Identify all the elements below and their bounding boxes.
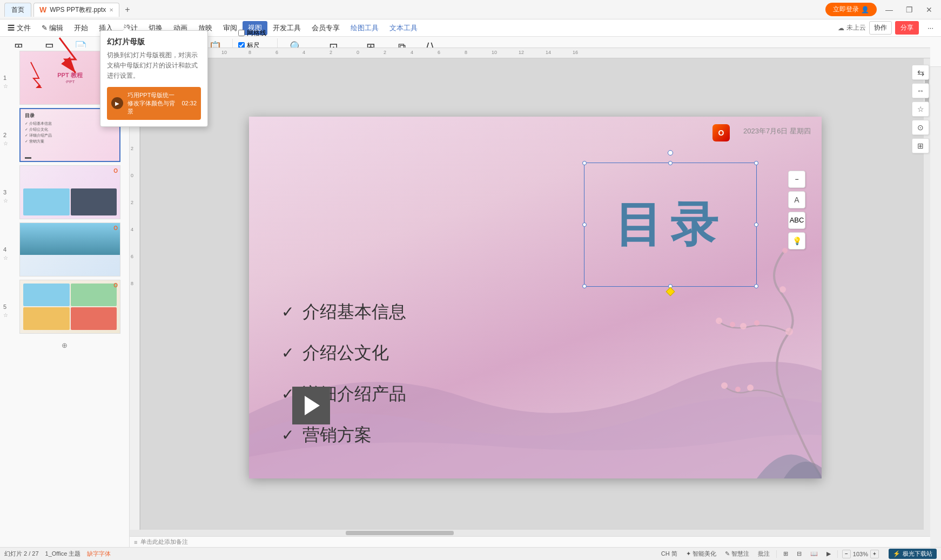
normal-view-status[interactable]: ⊞ bbox=[781, 550, 790, 558]
status-right: CH 简 ✦ 智能美化 ✎ 智慧注 批注 ⊞ ⊟ 📖 ▶ − 103% + ⚡ … bbox=[659, 549, 937, 559]
tooltip-arrow-inner bbox=[123, 27, 130, 31]
ruler-h-svg: 16 14 12 10 8 6 4 2 0 2 4 6 8 10 12 14 1… bbox=[140, 48, 930, 58]
handle-tm[interactable] bbox=[668, 161, 673, 165]
svg-text:14: 14 bbox=[546, 50, 551, 55]
fp-btn-4[interactable]: ⊙ bbox=[912, 120, 929, 135]
bullet-item-4: ✓ 营销方案 bbox=[281, 423, 789, 447]
rotation-handle[interactable] bbox=[668, 150, 673, 156]
add-slide-button[interactable]: ⊕ bbox=[0, 337, 129, 354]
lightbulb-btn[interactable]: 💡 bbox=[788, 232, 805, 249]
ruler-v-svg: 8 6 4 2 0 2 4 6 8 bbox=[130, 58, 140, 547]
fp-btn-5[interactable]: ⊞ bbox=[912, 138, 929, 153]
zoom-minus-btn[interactable]: − bbox=[788, 171, 805, 188]
handle-tr[interactable] bbox=[754, 161, 758, 165]
menu-file[interactable]: ☰ 文件 bbox=[2, 21, 36, 35]
slide-4-thumb[interactable]: O bbox=[19, 222, 120, 276]
collaborate-button[interactable]: 协作 bbox=[869, 21, 892, 35]
play-triangle-icon bbox=[305, 396, 320, 415]
menu-edit[interactable]: ✎ 编辑 bbox=[36, 21, 69, 35]
restore-button[interactable]: ❐ bbox=[902, 4, 917, 15]
new-tab-button[interactable]: + bbox=[122, 5, 133, 15]
handle-mr[interactable] bbox=[754, 222, 758, 227]
slide-3-thumb[interactable]: O bbox=[19, 165, 120, 219]
gridlines-check[interactable] bbox=[238, 30, 245, 36]
fp-btn-1[interactable]: ⇆ bbox=[912, 65, 929, 80]
slide-2-item2: ✓ 介绍公文化 bbox=[25, 127, 115, 132]
svg-text:6: 6 bbox=[275, 50, 278, 55]
slide-3-bg: O bbox=[20, 166, 120, 219]
handle-bl[interactable] bbox=[582, 284, 587, 288]
title-container[interactable]: 目录 bbox=[584, 163, 757, 287]
text-format-btn[interactable]: A bbox=[788, 191, 805, 208]
status-left: 幻灯片 2 / 27 1_Office 主题 缺字字体 bbox=[4, 550, 111, 558]
tooltip-video-title: 巧用PPT母版统一修改字体颜色与背景 bbox=[127, 91, 177, 116]
tooltip-popup: 幻灯片母版 切换到幻灯片母版视图，对演示文稿中母版幻灯片的设计和款式进行设置。 … bbox=[100, 30, 208, 127]
tooltip-video-thumb[interactable]: ▶ 巧用PPT母版统一修改字体颜色与背景 02:32 bbox=[107, 87, 201, 120]
note-area[interactable]: ≡ 单击此处添加备注 bbox=[130, 536, 930, 547]
scroll-thumb-h[interactable] bbox=[346, 531, 454, 535]
status-sep1 bbox=[776, 550, 777, 558]
svg-text:12: 12 bbox=[519, 50, 524, 55]
fp-btn-3[interactable]: ☆ bbox=[912, 102, 929, 117]
titlebar-right: 立即登录 👤 — ❐ ✕ bbox=[825, 3, 937, 16]
handle-tl[interactable] bbox=[582, 161, 587, 165]
scrollbar-horizontal[interactable] bbox=[130, 530, 930, 536]
gridlines-checkbox[interactable]: 网格线 bbox=[236, 28, 268, 39]
share-button[interactable]: 分享 bbox=[895, 21, 919, 35]
home-tab[interactable]: 首页 bbox=[4, 3, 31, 17]
slide-4-office: O bbox=[113, 225, 118, 231]
tooltip-title: 幻灯片母版 bbox=[107, 37, 201, 47]
login-button[interactable]: 立即登录 👤 bbox=[825, 3, 877, 16]
slide-5-cell1 bbox=[23, 284, 70, 306]
zoom-out-button[interactable]: − bbox=[842, 550, 851, 558]
brand-icon: ⚡ bbox=[893, 550, 900, 557]
review-button[interactable]: 批注 bbox=[756, 549, 772, 558]
slide-5-cell3 bbox=[23, 307, 70, 330]
menu-more[interactable]: ··· bbox=[922, 22, 939, 34]
slide-date: 2023年7月6日 星期四 bbox=[743, 126, 811, 136]
check-icon-4: ✓ bbox=[281, 426, 294, 444]
menu-member[interactable]: 会员专享 bbox=[306, 21, 345, 35]
lang-button[interactable]: CH 简 bbox=[659, 549, 680, 558]
float-panel: ⇆ ↔ ☆ ⊙ ⊞ bbox=[912, 65, 929, 153]
user-icon: 👤 bbox=[861, 6, 869, 14]
slide-5-cell4 bbox=[71, 307, 117, 330]
svg-text:8: 8 bbox=[465, 50, 467, 55]
fp-btn-2[interactable]: ↔ bbox=[912, 83, 929, 98]
spell-button[interactable]: ✎ 智慧注 bbox=[723, 549, 751, 558]
slide-4-star: ☆ bbox=[3, 255, 8, 261]
smart-icon: ✦ bbox=[686, 550, 691, 557]
slide-3-office: O bbox=[113, 168, 118, 174]
review-label: 批注 bbox=[758, 550, 770, 557]
slide-canvas[interactable]: 2023年7月6日 星期四 O 目录 bbox=[249, 117, 822, 478]
bullet-text-2: 介绍公文化 bbox=[303, 341, 389, 365]
theme-info: 1_Office 主题 bbox=[45, 550, 81, 558]
menu-home[interactable]: 开始 bbox=[69, 21, 93, 35]
handle-ml[interactable] bbox=[582, 222, 587, 227]
close-button[interactable]: ✕ bbox=[922, 4, 937, 15]
menu-draw-tools[interactable]: 绘图工具 bbox=[345, 21, 384, 35]
titlebar: 首页 W WPS PPT教程.pptx ✕ + 立即登录 👤 — ❐ ✕ bbox=[0, 0, 941, 19]
slide-view-status[interactable]: ⊟ bbox=[795, 550, 804, 558]
slide-3-img1 bbox=[23, 188, 70, 215]
minimize-button[interactable]: — bbox=[881, 4, 897, 15]
abc-btn[interactable]: ABC bbox=[788, 212, 805, 229]
handle-br[interactable] bbox=[754, 284, 758, 288]
login-label: 立即登录 bbox=[833, 5, 859, 14]
svg-point-39 bbox=[782, 248, 788, 253]
read-view-status[interactable]: 📖 bbox=[808, 550, 820, 558]
slide-4-container: 4 ☆ O bbox=[15, 222, 125, 276]
tooltip-play-button[interactable]: ▶ bbox=[111, 97, 123, 109]
menu-text-tools[interactable]: 文本工具 bbox=[384, 21, 423, 35]
status-sep2 bbox=[837, 550, 838, 558]
play-button[interactable] bbox=[292, 387, 330, 424]
menu-developer[interactable]: 开发工具 bbox=[267, 21, 306, 35]
slide-5-thumb[interactable]: O bbox=[19, 280, 120, 334]
play-status-button[interactable]: ▶ bbox=[824, 550, 833, 558]
main-title-text: 目录 bbox=[615, 192, 726, 257]
slide-5-number: 5 bbox=[3, 303, 6, 310]
doc-tab[interactable]: W WPS PPT教程.pptx ✕ bbox=[33, 3, 119, 17]
zoom-in-button[interactable]: + bbox=[870, 550, 879, 558]
doc-tab-close[interactable]: ✕ bbox=[109, 7, 113, 13]
smart-button[interactable]: ✦ 智能美化 bbox=[684, 549, 718, 558]
